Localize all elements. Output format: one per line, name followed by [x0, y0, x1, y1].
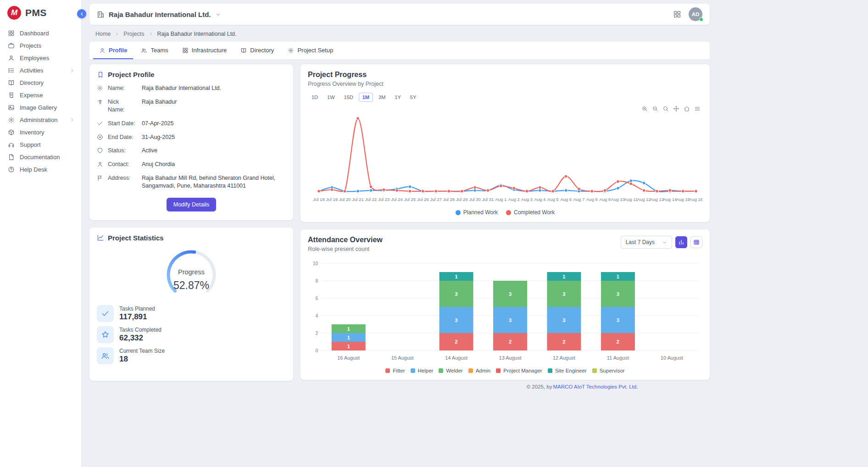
- expense-icon: [8, 92, 15, 99]
- progress-gauge: Progress 52.87%: [152, 245, 230, 301]
- stat-tiles: Tasks Planned117,891Tasks Completed62,33…: [97, 305, 286, 364]
- sidebar-item-inventory[interactable]: Inventory: [0, 126, 81, 139]
- svg-text:2: 2: [509, 339, 512, 345]
- svg-text:Aug 1: Aug 1: [495, 197, 506, 202]
- sidebar-item-activities[interactable]: Activities: [0, 64, 81, 77]
- user-avatar[interactable]: AD: [689, 7, 702, 21]
- profile-field-end-date: End Date:31-Aug-2025: [97, 133, 286, 141]
- range-3m[interactable]: 3M: [375, 93, 389, 102]
- stat-label: Current Team Size: [119, 348, 165, 354]
- legend-item-welder[interactable]: Welder: [439, 368, 462, 373]
- zoom-out-icon[interactable]: [652, 106, 658, 112]
- date-range-select[interactable]: Last 7 Days: [621, 236, 672, 249]
- sidebar-item-directory[interactable]: Directory: [0, 77, 81, 89]
- range-5y[interactable]: 5Y: [406, 93, 420, 102]
- company-selector[interactable]: Raja Bahadur International Ltd.: [97, 11, 221, 18]
- legend-item-planned-work[interactable]: Planned Work: [456, 209, 498, 216]
- tab-teams[interactable]: Teams: [135, 42, 174, 59]
- sidebar-item-image-gallery[interactable]: Image Gallery: [0, 101, 81, 114]
- field-value: Anuj Chordia: [142, 161, 286, 168]
- range-15d[interactable]: 15D: [340, 93, 357, 102]
- activities-icon: [8, 67, 15, 74]
- legend-item-admin[interactable]: Admin: [468, 368, 491, 373]
- svg-text:Aug 11: Aug 11: [624, 197, 638, 202]
- tab-profile[interactable]: Profile: [93, 42, 133, 59]
- range-1y[interactable]: 1Y: [391, 93, 404, 102]
- sidebar-item-projects[interactable]: Projects: [0, 39, 81, 52]
- stat-label: Tasks Completed: [119, 327, 161, 333]
- field-value: Raja Bahadur: [142, 98, 286, 106]
- legend-item-helper[interactable]: Helper: [411, 368, 434, 373]
- svg-text:Aug 8: Aug 8: [586, 197, 598, 202]
- table-icon: [693, 239, 700, 245]
- legend-item-supervisor[interactable]: Supervisor: [592, 368, 625, 373]
- svg-text:0: 0: [315, 348, 318, 353]
- tab-project-setup[interactable]: Project Setup: [282, 42, 339, 59]
- chevron-right-icon: [70, 117, 75, 122]
- svg-text:Aug 10: Aug 10: [611, 197, 625, 202]
- legend-label: Planned Work: [463, 209, 498, 216]
- tab-directory[interactable]: Directory: [234, 42, 280, 59]
- range-1w[interactable]: 1W: [323, 93, 339, 102]
- chart-view-button[interactable]: [675, 236, 687, 248]
- attendance-bar-chart: 024681011116 August15 August233114 Augus…: [308, 257, 702, 364]
- chevron-right-icon: [70, 68, 75, 73]
- gear-icon: [8, 117, 15, 123]
- svg-text:Aug 13: Aug 13: [650, 197, 664, 202]
- legend-marker: [385, 368, 390, 373]
- range-1d[interactable]: 1D: [308, 93, 322, 102]
- svg-text:3: 3: [455, 317, 458, 323]
- sidebar-item-label: Support: [20, 141, 75, 148]
- zoom-in-icon[interactable]: [641, 106, 648, 112]
- sidebar-item-expense[interactable]: Expense: [0, 89, 81, 101]
- breadcrumb-projects[interactable]: Projects: [123, 31, 144, 37]
- pan-icon[interactable]: [673, 106, 679, 112]
- apps-grid-button[interactable]: [673, 10, 681, 18]
- svg-text:Jul 28: Jul 28: [443, 197, 455, 202]
- project-statistics-title: Project Statistics: [108, 234, 164, 242]
- sidebar-item-label: Image Gallery: [20, 104, 75, 111]
- legend-item-fitter[interactable]: Fitter: [385, 368, 405, 373]
- sidebar-item-administration[interactable]: Administration: [0, 114, 81, 126]
- chart-menu-icon[interactable]: [694, 106, 701, 112]
- sidebar-item-support[interactable]: Support: [0, 139, 81, 151]
- svg-text:2: 2: [562, 339, 565, 345]
- legend-label: Supervisor: [600, 368, 625, 373]
- svg-text:8: 8: [315, 278, 318, 284]
- legend-item-project-manager[interactable]: Project Manager: [496, 368, 542, 373]
- legend-item-site-engineer[interactable]: Site Engineer: [548, 368, 587, 373]
- modify-details-button[interactable]: Modify Details: [167, 198, 217, 211]
- svg-text:Jul 27: Jul 27: [430, 197, 441, 202]
- svg-text:Aug 9: Aug 9: [599, 197, 611, 202]
- tab-infrastructure[interactable]: Infrastructure: [176, 42, 233, 59]
- svg-text:Jul 18: Jul 18: [313, 197, 324, 202]
- selection-zoom-icon[interactable]: [662, 106, 669, 112]
- svg-text:1: 1: [347, 335, 350, 340]
- stat-tile-tasks-completed: Tasks Completed62,332: [97, 326, 286, 343]
- range-1m[interactable]: 1M: [359, 93, 373, 102]
- directory-icon: [240, 47, 247, 54]
- top-header-bar: Raja Bahadur International Ltd. AD: [89, 4, 710, 25]
- sidebar-item-dashboard[interactable]: Dashboard: [0, 27, 81, 39]
- footer-company-link[interactable]: MARCO AIoT Technologies Pvt. Ltd.: [553, 384, 638, 389]
- svg-text:Jul 24: Jul 24: [391, 197, 402, 202]
- reset-zoom-home-icon[interactable]: [684, 106, 690, 112]
- svg-text:3: 3: [617, 317, 619, 323]
- project-profile-title-row: Project Profile: [97, 71, 286, 78]
- project-progress-card: Project Progress Progress Overview by Pr…: [300, 64, 710, 222]
- legend-item-completed-work[interactable]: Completed Work: [506, 209, 555, 216]
- company-name: Raja Bahadur International Ltd.: [109, 11, 211, 18]
- shield-icon: [97, 147, 103, 154]
- sidebar-item-documentation[interactable]: Documentation: [0, 151, 81, 163]
- sidebar-item-employees[interactable]: Employees: [0, 52, 81, 64]
- sidebar-item-help-desk[interactable]: Help Desk: [0, 163, 81, 176]
- support-icon: [8, 141, 15, 148]
- table-view-button[interactable]: [690, 236, 702, 248]
- breadcrumb-home[interactable]: Home: [95, 31, 111, 37]
- dashboard-icon: [8, 30, 15, 37]
- legend-label: Project Manager: [503, 368, 542, 373]
- sidebar-collapse-button[interactable]: [77, 9, 86, 18]
- svg-text:13 August: 13 August: [499, 355, 522, 361]
- check-icon: [97, 120, 103, 127]
- svg-text:Aug 3: Aug 3: [521, 197, 533, 202]
